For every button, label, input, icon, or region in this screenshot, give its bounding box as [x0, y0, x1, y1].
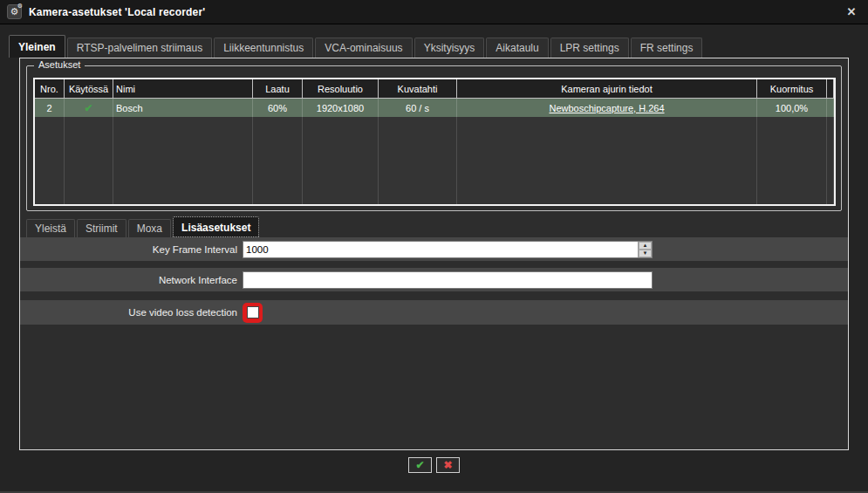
- spin-up-icon[interactable]: ▲: [639, 242, 652, 250]
- gears-icon: ⚙ ⚙: [7, 4, 22, 19]
- tab-yleinen[interactable]: Yleinen: [9, 35, 65, 58]
- checkbox-highlight-ring: [243, 303, 263, 323]
- key-frame-interval-row: Key Frame Interval ▲ ▼: [20, 237, 848, 261]
- tab-yksityisyys[interactable]: Yksityisyys: [414, 38, 485, 58]
- key-frame-interval-input[interactable]: [243, 242, 638, 257]
- tab-fr-settings[interactable]: FR settings: [631, 38, 703, 58]
- footer-button-row: ✔ ✖: [0, 457, 868, 473]
- cell-laatu[interactable]: 60%: [253, 99, 303, 117]
- main-tabstrip: Yleinen RTSP-palvelimen striimaus Liikke…: [9, 35, 702, 58]
- groupbox-title: Asetukset: [34, 59, 85, 70]
- subtab-striimit[interactable]: Striimit: [77, 219, 126, 237]
- cell-empty: [827, 99, 834, 117]
- ok-check-icon: ✔: [415, 460, 424, 470]
- subtab-moxa[interactable]: Moxa: [128, 219, 171, 237]
- col-header-kuormitus[interactable]: Kuormitus: [757, 79, 827, 99]
- cell-nimi[interactable]: Bosch: [113, 99, 253, 117]
- network-interface-input[interactable]: [243, 273, 652, 289]
- video-loss-detection-label: Use video loss detection: [20, 307, 243, 318]
- network-interface-label: Network Interface: [20, 275, 243, 285]
- col-header-kuvatahti[interactable]: Kuvatahti: [379, 79, 457, 99]
- tab-content-panel: Asetukset Nro. Käytössä Nimi Laatu Resol…: [19, 58, 849, 450]
- subtab-lisaasetukset[interactable]: Lisäasetukset: [173, 216, 259, 237]
- col-header-nimi[interactable]: Nimi: [113, 79, 253, 99]
- cell-kuormitus[interactable]: 100,0%: [757, 99, 827, 117]
- tab-rtsp-striimaus[interactable]: RTSP-palvelimen striimaus: [67, 38, 213, 58]
- asetukset-groupbox: Asetukset Nro. Käytössä Nimi Laatu Resol…: [26, 65, 842, 211]
- spin-down-icon[interactable]: ▼: [639, 250, 652, 257]
- cancel-button[interactable]: ✖: [436, 457, 460, 473]
- video-loss-detection-row: Use video loss detection: [20, 300, 848, 325]
- key-frame-interval-stepper[interactable]: ▲ ▼: [243, 241, 653, 258]
- col-header-kaytossa[interactable]: Käytössä: [65, 79, 113, 99]
- col-header-resoluutio[interactable]: Resoluutio: [303, 79, 379, 99]
- tab-vca-ominaisuus[interactable]: VCA-ominaisuus: [315, 38, 412, 58]
- table-header-row: Nro. Käytössä Nimi Laatu Resoluutio Kuva…: [35, 79, 834, 99]
- cell-resoluutio[interactable]: 1920x1080: [303, 99, 379, 117]
- col-header-empty: [827, 79, 834, 99]
- cell-nro[interactable]: 2: [35, 99, 65, 117]
- cell-ajurin-tiedot: Newboschipcapture, H.264: [457, 99, 757, 117]
- camera-settings-dialog: ⚙ ⚙ Kamera-asetukset 'Local recorder' ✕ …: [0, 0, 868, 493]
- ok-button[interactable]: ✔: [408, 457, 432, 473]
- col-header-nro[interactable]: Nro.: [35, 79, 65, 99]
- col-header-laatu[interactable]: Laatu: [253, 79, 303, 99]
- col-header-ajurin-tiedot[interactable]: Kameran ajurin tiedot: [457, 79, 757, 99]
- tab-liikkeentunnistus[interactable]: Liikkeentunnistus: [214, 38, 313, 58]
- camera-table: Nro. Käytössä Nimi Laatu Resoluutio Kuva…: [33, 78, 836, 206]
- sub-tabstrip: Yleistä Striimit Moxa Lisäasetukset: [26, 216, 259, 237]
- network-interface-row: Network Interface: [20, 268, 848, 291]
- cell-kuvatahti[interactable]: 60 / s: [379, 99, 457, 117]
- table-row[interactable]: 2 ✔ Bosch 60% 1920x1080 60 / s Newboschi…: [35, 99, 834, 117]
- titlebar: ⚙ ⚙ Kamera-asetukset 'Local recorder' ✕: [0, 0, 868, 24]
- driver-info-link[interactable]: Newboschipcapture, H.264: [549, 103, 664, 113]
- cancel-x-icon: ✖: [443, 460, 452, 470]
- tab-lpr-settings[interactable]: LPR settings: [550, 38, 629, 58]
- close-icon[interactable]: ✕: [842, 3, 861, 21]
- window-title: Kamera-asetukset 'Local recorder': [29, 6, 205, 18]
- table-empty-body: [35, 117, 834, 204]
- key-frame-interval-label: Key Frame Interval: [20, 244, 243, 255]
- subtab-yleista[interactable]: Yleistä: [26, 219, 75, 237]
- tab-aikataulu[interactable]: Aikataulu: [486, 38, 548, 58]
- enabled-check-icon[interactable]: ✔: [65, 99, 113, 117]
- video-loss-detection-checkbox[interactable]: [247, 306, 259, 318]
